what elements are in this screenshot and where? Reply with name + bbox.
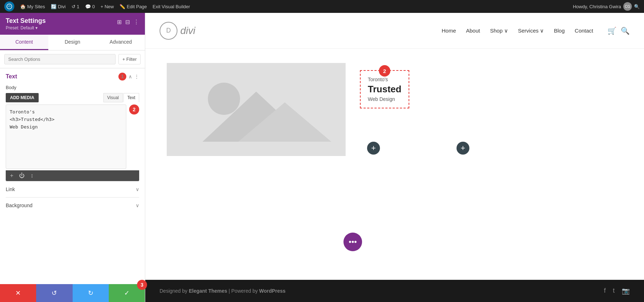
filter-button[interactable]: + Filter xyxy=(118,54,141,64)
insert-icon[interactable]: + xyxy=(10,172,13,179)
responsive-icon[interactable]: ⊞ xyxy=(117,19,122,25)
exit-builder-button[interactable]: Exit Visual Builder xyxy=(153,4,190,9)
panel-tabs: Content Design Advanced xyxy=(0,35,145,50)
editor-view-tabs: Visual Text xyxy=(103,93,139,102)
panel-header-icons: ⊞ ⊟ ⋮ xyxy=(117,19,139,25)
my-sites-menu[interactable]: 🏠 My Sites xyxy=(20,4,45,9)
nav-items: Home About Shop ∨ Services ∨ Blog Contac xyxy=(441,26,630,35)
preview-text-webdesign: Web Design xyxy=(368,96,401,102)
undo-button[interactable]: ↺ xyxy=(36,284,72,302)
redo-button[interactable]: ↻ xyxy=(73,284,109,302)
counter-link[interactable]: ↺ 1 xyxy=(72,4,79,9)
link-accordion-header[interactable]: Link ∨ xyxy=(6,186,139,192)
visual-tab[interactable]: Visual xyxy=(103,93,123,102)
text-settings-panel: Text Settings Preset: Default ▾ ⊞ ⊟ ⋮ Co… xyxy=(0,13,145,302)
site-navigation: D divi Home About Shop ∨ Services ∨ xyxy=(145,13,644,49)
move-icon[interactable]: ↕ xyxy=(30,172,33,179)
shop-chevron-icon: ∨ xyxy=(504,28,508,34)
hero-image-placeholder xyxy=(167,63,346,156)
twitter-icon[interactable]: t xyxy=(613,287,615,295)
action-bar: ✕ ↺ ↻ ✓ 3 xyxy=(0,284,145,302)
nav-contact[interactable]: Contact xyxy=(575,28,593,34)
badge-3: 3 xyxy=(137,280,147,290)
comments-link[interactable]: 💬 0 xyxy=(85,4,95,9)
text-tab[interactable]: Text xyxy=(123,93,139,102)
section-controls: 1 ∧ ⋮ xyxy=(118,73,139,81)
cancel-button[interactable]: ✕ xyxy=(0,284,36,302)
wordpress-link[interactable]: WordPress xyxy=(259,288,286,294)
text-module-preview[interactable]: 2 Toronto's Trusted Web Design xyxy=(360,70,409,108)
badge-2: 2 xyxy=(129,104,139,115)
background-accordion-header[interactable]: Background ∨ xyxy=(6,203,139,208)
footer-text: Designed by Elegant Themes | Powered by … xyxy=(160,288,286,294)
background-accordion: Background ∨ xyxy=(6,197,139,213)
panel-content: Text 1 ∧ ⋮ Body ADD MEDIA Visual Text xyxy=(0,68,145,284)
search-icon[interactable]: 🔍 xyxy=(634,4,640,9)
text-section-title: Text xyxy=(6,73,17,80)
preview-text-trusted: Trusted xyxy=(368,84,401,95)
user-info: Howdy, Christina Gwira CG 🔍 xyxy=(573,2,640,11)
new-button[interactable]: + New xyxy=(101,4,114,9)
tab-design[interactable]: Design xyxy=(48,35,97,50)
nav-utility-icons: 🛒 🔍 xyxy=(608,26,630,35)
instagram-icon[interactable]: 📷 xyxy=(622,287,630,295)
add-column-button-1[interactable]: + xyxy=(367,142,380,155)
divi-link[interactable]: 🔄 Divi xyxy=(51,4,66,9)
editor-footer: + ⏻ ↕ xyxy=(6,170,139,181)
text-section-header: Text 1 ∧ ⋮ xyxy=(6,73,139,81)
section-more-icon[interactable]: ⋮ xyxy=(134,74,139,79)
body-label: Body xyxy=(6,85,139,90)
user-avatar: CG xyxy=(623,2,632,11)
nav-search-icon[interactable]: 🔍 xyxy=(621,26,630,35)
elegant-themes-link[interactable]: Elegant Themes xyxy=(189,288,227,294)
search-input[interactable] xyxy=(4,54,116,64)
nav-services[interactable]: Services ∨ xyxy=(518,28,544,34)
more-options-icon[interactable]: ⋮ xyxy=(133,19,139,25)
background-label: Background xyxy=(6,203,33,208)
logo-text: divi xyxy=(180,25,195,36)
nav-home[interactable]: Home xyxy=(441,28,456,34)
link-label: Link xyxy=(6,186,15,192)
wp-admin-bar: 🏠 My Sites 🔄 Divi ↺ 1 💬 0 + New ✏️ Edit … xyxy=(0,0,644,13)
editor-toolbar: ADD MEDIA Visual Text xyxy=(6,93,139,102)
collapse-icon[interactable]: ∧ xyxy=(128,74,132,79)
edit-page-button[interactable]: ✏️ Edit Page xyxy=(119,4,147,9)
facebook-icon[interactable]: f xyxy=(604,287,606,295)
search-area: + Filter xyxy=(0,50,145,68)
badge-1: 1 xyxy=(118,73,126,81)
link-chevron-icon: ∨ xyxy=(136,186,139,192)
floating-options-button[interactable]: ••• xyxy=(343,233,362,251)
background-chevron-icon: ∨ xyxy=(136,203,139,208)
site-content-area: 2 Toronto's Trusted Web Design + + ••• xyxy=(145,49,644,280)
preview-text-toronto: Toronto's xyxy=(368,77,401,82)
wp-logo-icon[interactable] xyxy=(4,1,14,11)
nav-about[interactable]: About xyxy=(466,28,480,34)
panel-preset[interactable]: Preset: Default ▾ xyxy=(6,25,46,30)
nav-shop[interactable]: Shop ∨ xyxy=(490,28,508,34)
site-preview: D divi Home About Shop ∨ Services ∨ xyxy=(145,13,644,302)
text-editor-area: Toronto's <h3>Trusted</h3> Web Design 2 xyxy=(6,104,139,169)
more-options-icon: ••• xyxy=(348,237,357,247)
site-logo: D divi xyxy=(160,22,195,40)
tab-advanced[interactable]: Advanced xyxy=(97,35,145,50)
cart-icon[interactable]: 🛒 xyxy=(608,26,616,35)
nav-blog[interactable]: Blog xyxy=(554,28,565,34)
footer-social-icons: f t 📷 xyxy=(604,287,630,295)
logo-icon: D xyxy=(160,22,177,40)
link-accordion: Link ∨ xyxy=(6,181,139,197)
power-icon[interactable]: ⏻ xyxy=(19,172,25,179)
panel-title: Text Settings xyxy=(6,17,46,25)
layout-icon[interactable]: ⊟ xyxy=(125,19,130,25)
site-footer: Designed by Elegant Themes | Powered by … xyxy=(145,280,644,302)
text-editor[interactable]: Toronto's <h3>Trusted</h3> Web Design xyxy=(6,104,126,169)
preview-badge-2: 2 xyxy=(379,65,390,77)
add-media-button[interactable]: ADD MEDIA xyxy=(6,93,39,102)
text-module-container: 2 Toronto's Trusted Web Design xyxy=(360,63,409,108)
hero-section: 2 Toronto's Trusted Web Design xyxy=(145,49,644,170)
tab-content[interactable]: Content xyxy=(0,35,48,50)
svg-point-4 xyxy=(208,83,240,115)
add-column-button-2[interactable]: + xyxy=(457,142,469,155)
panel-header: Text Settings Preset: Default ▾ ⊞ ⊟ ⋮ xyxy=(0,13,145,35)
services-chevron-icon: ∨ xyxy=(540,28,544,34)
